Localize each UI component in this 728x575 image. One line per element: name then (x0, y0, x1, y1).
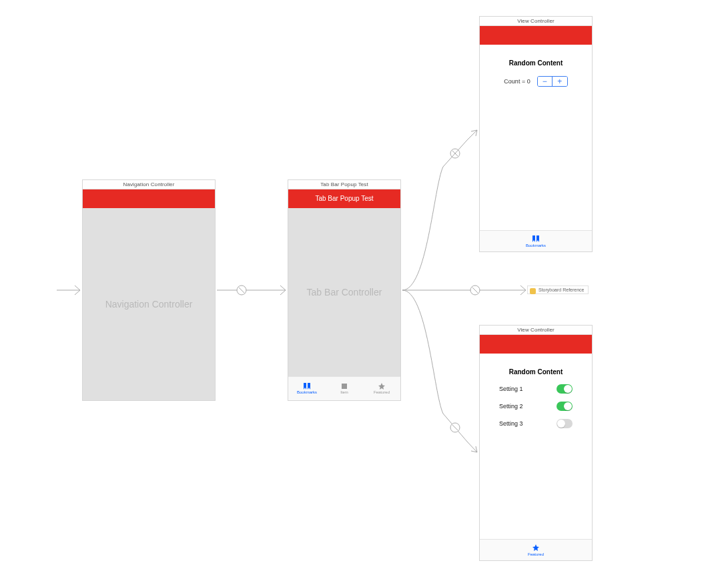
svg-rect-8 (342, 384, 347, 389)
placeholder-label: Tab Bar Controller (307, 287, 382, 298)
tab-item-bookmarks[interactable]: Bookmarks (288, 377, 326, 400)
count-label: Count = 0 (504, 78, 530, 85)
stepper-plus-button[interactable]: + (553, 77, 567, 86)
scene-tab-bar-controller[interactable]: Tab Bar Popup Test Tab Bar Popup Test Ta… (288, 179, 401, 401)
star-icon (532, 544, 540, 552)
setting-label: Setting 1 (499, 386, 523, 392)
tab-item-featured[interactable]: Featured (363, 377, 400, 400)
count-row: Count = 0 − + (504, 76, 567, 87)
tab-label: Item (340, 390, 348, 394)
setting-label: Setting 3 (499, 420, 523, 427)
scene-view-controller-settings[interactable]: View Controller Random Content Setting 1… (479, 325, 593, 561)
navigation-bar: Tab Bar Popup Test (288, 189, 400, 208)
placeholder-label: Navigation Controller (105, 299, 193, 310)
stepper-minus-button[interactable]: − (538, 77, 553, 86)
svg-line-7 (452, 425, 458, 430)
storyboard-reference-label: Storyboard Reference (538, 288, 584, 292)
svg-point-6 (450, 423, 460, 432)
tab-bar: Featured (480, 539, 592, 560)
svg-line-1 (239, 288, 244, 293)
scene-title: View Controller (480, 17, 592, 26)
setting-row-1: Setting 1 (499, 384, 573, 394)
scene-body: Navigation Controller (83, 208, 215, 400)
storyboard-reference[interactable]: Storyboard Reference (527, 285, 589, 294)
svg-point-4 (470, 285, 480, 295)
storyboard-canvas[interactable]: Navigation Controller Navigation Control… (0, 0, 728, 575)
scene-body: Tab Bar Controller (288, 208, 400, 376)
bookmarks-icon (302, 383, 312, 390)
setting-label: Setting 2 (499, 403, 523, 410)
svg-point-2 (450, 149, 460, 158)
scene-body: Random Content Setting 1 Setting 2 Setti… (480, 354, 592, 539)
setting-switch-2[interactable] (557, 402, 573, 411)
setting-switch-1[interactable] (557, 384, 573, 394)
tab-label: Bookmarks (526, 243, 546, 247)
content-heading: Random Content (509, 368, 563, 376)
scene-title: View Controller (480, 326, 592, 335)
scene-view-controller-count[interactable]: View Controller Random Content Count = 0… (479, 16, 593, 252)
tab-label: Featured (374, 390, 390, 394)
tab-bar: Bookmarks (480, 230, 592, 251)
scene-title: Tab Bar Popup Test (288, 180, 400, 189)
tab-item-item[interactable]: Item (326, 377, 363, 400)
star-icon (377, 383, 386, 390)
tab-label: Bookmarks (297, 390, 317, 394)
tab-label: Featured (528, 552, 544, 556)
scene-title: Navigation Controller (83, 180, 215, 189)
svg-line-5 (472, 288, 478, 293)
setting-switch-3[interactable] (557, 419, 573, 428)
scene-body: Random Content Count = 0 − + (480, 45, 592, 230)
tab-bar: Bookmarks Item Featured (288, 376, 400, 400)
navigation-bar (480, 335, 592, 354)
setting-row-2: Setting 2 (499, 402, 573, 411)
svg-line-3 (452, 151, 458, 156)
svg-point-0 (237, 285, 246, 295)
content-heading: Random Content (509, 59, 563, 67)
square-icon (340, 383, 349, 390)
bookmarks-icon (531, 235, 540, 243)
navigation-bar (83, 189, 215, 208)
setting-row-3: Setting 3 (499, 419, 573, 428)
nav-bar-title: Tab Bar Popup Test (288, 189, 400, 208)
scene-navigation-controller[interactable]: Navigation Controller Navigation Control… (82, 179, 216, 401)
count-stepper[interactable]: − + (537, 76, 568, 87)
navigation-bar (480, 26, 592, 45)
